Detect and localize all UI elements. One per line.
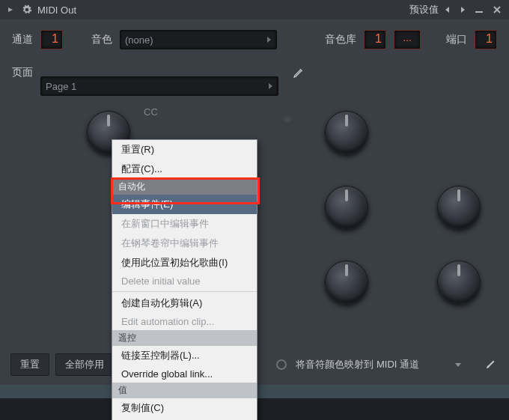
titlebar: MIDI Out 预设值: [0, 0, 509, 19]
channel-value[interactable]: 1: [40, 30, 63, 49]
stop-all-button[interactable]: 全部停用: [55, 353, 114, 376]
patch-select[interactable]: (none): [120, 30, 277, 49]
menu-separator: [112, 291, 257, 292]
gear-icon[interactable]: [281, 114, 295, 127]
menu-create-automation[interactable]: 创建自动化剪辑(A): [112, 293, 257, 313]
reset-button[interactable]: 重置: [10, 353, 49, 376]
menu-init-song[interactable]: 使用此位置初始化歌曲(I): [112, 253, 257, 273]
map-color-radio[interactable]: [276, 359, 287, 370]
menu-configure[interactable]: 配置(C)...: [112, 159, 257, 179]
menu-edit-automation-clip: Edit automation clip...: [112, 313, 257, 330]
menu-header-automation: 自动化: [112, 179, 257, 195]
page-select[interactable]: Page 1: [40, 76, 278, 96]
preset-prev-icon[interactable]: [442, 4, 454, 16]
chevron-right-icon: [267, 82, 273, 90]
bank-extra[interactable]: ···: [394, 30, 421, 49]
menu-edit-piano-roll: 在钢琴卷帘中编辑事件: [112, 234, 257, 253]
patch-label: 音色: [91, 33, 112, 46]
map-color-label: 将音符颜色映射到 MIDI 通道: [296, 358, 419, 371]
pencil-icon[interactable]: [290, 64, 307, 81]
patch-value: (none): [125, 34, 153, 46]
chevron-right-icon: [266, 36, 272, 43]
chevron-down-icon[interactable]: [454, 359, 463, 371]
menu-copy-value[interactable]: 复制值(C): [112, 398, 257, 418]
gear-icon[interactable]: [21, 4, 33, 16]
knob[interactable]: [325, 111, 368, 154]
brush-icon[interactable]: [484, 357, 499, 373]
knob[interactable]: [325, 186, 368, 229]
menu-edit-events[interactable]: 编辑事件(E): [112, 195, 257, 214]
channel-label: 通道: [12, 33, 33, 46]
preset-label[interactable]: 预设值: [409, 3, 439, 16]
menu-edit-new-window: 在新窗口中编辑事件: [112, 214, 257, 234]
menu-reset[interactable]: 重置(R): [112, 140, 257, 159]
port-value[interactable]: 1: [475, 30, 497, 49]
menu-link-controller[interactable]: 链接至控制器(L)...: [112, 346, 257, 365]
menu-override-link[interactable]: Override global link...: [112, 365, 257, 383]
port-label: 端口: [446, 33, 467, 46]
bank-label: 音色库: [325, 33, 356, 46]
bank-value[interactable]: 1: [364, 30, 386, 49]
close-icon[interactable]: [490, 3, 505, 16]
menu-delete-initial: Delete initial value: [112, 273, 257, 290]
knob[interactable]: [437, 186, 481, 229]
preset-next-icon[interactable]: [457, 4, 469, 16]
menu-header-value: 值: [112, 383, 257, 398]
page-label: 页面: [12, 66, 33, 79]
cc-label: CC: [144, 106, 158, 118]
knob[interactable]: [325, 261, 368, 304]
page-value: Page 1: [46, 81, 76, 92]
window-title: MIDI Out: [37, 4, 76, 16]
context-menu: 重置(R) 配置(C)... 自动化 编辑事件(E) 在新窗口中编辑事件 在钢琴…: [112, 139, 257, 420]
menu-caret-icon[interactable]: [4, 4, 16, 16]
menu-header-remote: 遥控: [112, 330, 257, 346]
svg-rect-0: [475, 11, 483, 13]
minimize-icon[interactable]: [472, 3, 487, 16]
knob[interactable]: [437, 261, 481, 304]
